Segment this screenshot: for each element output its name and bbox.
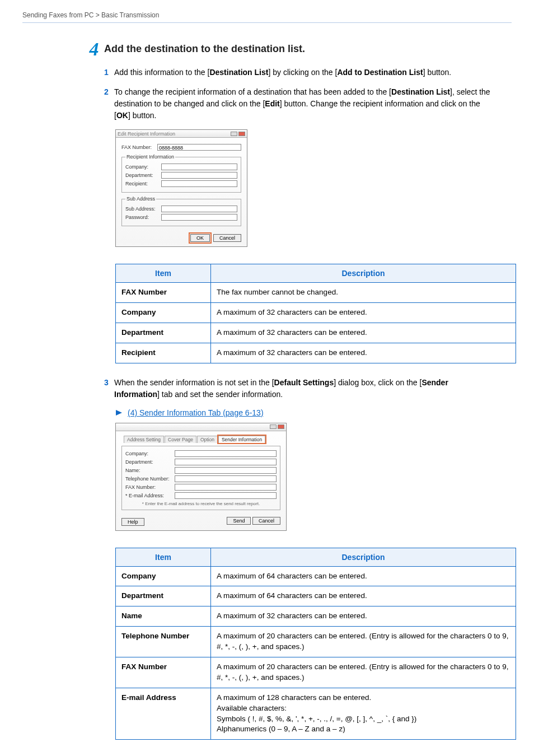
fax-number-field[interactable] <box>175 484 277 491</box>
breadcrumb: Sending Faxes from PC > Basic Transmissi… <box>22 11 512 19</box>
substep-3-text: When the sender information is not set i… <box>114 377 495 400</box>
table-row: E-mail AddressA maximum of 128 character… <box>116 688 516 740</box>
tab-sender-information[interactable]: Sender Information <box>218 436 265 443</box>
table-row: NameA maximum of 32 characters can be en… <box>116 606 516 627</box>
table-row: RecipientA maximum of 32 characters can … <box>116 343 516 363</box>
svg-marker-0 <box>116 410 122 416</box>
substep-3-number: 3 <box>104 377 114 389</box>
email-note: * Enter the E-mail address to receive th… <box>125 501 277 506</box>
sender-fields-table: Item Description CompanyA maximum of 64 … <box>115 548 516 740</box>
step-heading: Add the destination to the destination l… <box>104 43 305 55</box>
table-row: CompanyA maximum of 32 characters can be… <box>116 302 516 323</box>
department-field[interactable] <box>175 459 277 465</box>
sender-info-dialog: Address Setting Cover Page Option Sender… <box>115 423 287 531</box>
table-row: FAX NumberA maximum of 20 characters can… <box>116 657 516 688</box>
department-label: Department: <box>125 459 172 465</box>
company-field[interactable] <box>175 450 277 457</box>
table-row: Telephone NumberA maximum of 20 characte… <box>116 627 516 657</box>
department-field[interactable] <box>161 172 237 179</box>
substep-1-text: Add this information to the [Destination… <box>114 67 495 78</box>
recipient-label: Recipient: <box>125 181 159 186</box>
table1-header-item: Item <box>116 264 211 283</box>
email-field[interactable] <box>175 492 277 499</box>
step-number: 4 <box>84 40 104 59</box>
table-row: DepartmentA maximum of 32 characters can… <box>116 323 516 343</box>
password-label: Password: <box>125 214 159 220</box>
name-label: Name: <box>125 468 172 473</box>
close-icon[interactable] <box>278 424 284 429</box>
recipient-info-group: Recipient Information <box>125 154 175 160</box>
dialog-title: Edit Recipient Information <box>118 131 175 137</box>
arrow-right-icon <box>115 409 123 417</box>
table2-header-desc: Description <box>211 548 516 566</box>
company-field[interactable] <box>161 164 237 170</box>
table-row: CompanyA maximum of 64 characters can be… <box>116 566 516 586</box>
edit-recipient-dialog: Edit Recipient Information FAX Number: 0… <box>115 129 247 247</box>
email-label: * E-mail Address: <box>125 493 172 498</box>
subaddress-label: Sub Address: <box>125 206 159 212</box>
fax-number-label: FAX Number: <box>125 484 172 490</box>
name-field[interactable] <box>175 467 277 474</box>
fax-number-label: FAX Number: <box>121 144 155 150</box>
tab-address-setting[interactable]: Address Setting <box>124 436 164 443</box>
subaddress-group: Sub Address <box>125 196 156 202</box>
telephone-label: Telephone Number: <box>125 476 172 482</box>
ok-button[interactable]: OK <box>190 234 210 242</box>
tab-cover-page[interactable]: Cover Page <box>165 436 196 443</box>
help-icon[interactable] <box>270 424 277 429</box>
telephone-field[interactable] <box>175 475 277 482</box>
tab-option[interactable]: Option <box>197 436 218 443</box>
table-row: DepartmentA maximum of 64 characters can… <box>116 586 516 606</box>
department-label: Department: <box>125 172 159 178</box>
header-divider <box>22 22 512 23</box>
substep-1-number: 1 <box>104 67 114 78</box>
recipient-fields-table: Item Description FAX NumberThe fax numbe… <box>115 264 516 363</box>
close-icon[interactable] <box>238 132 245 136</box>
table1-header-desc: Description <box>211 264 516 283</box>
fax-number-field[interactable]: 0888-8888 <box>157 144 241 151</box>
company-label: Company: <box>125 164 159 170</box>
sender-info-tab-link[interactable]: (4) Sender Information Tab (page 6-13) <box>128 408 264 417</box>
substep-2-text: To change the recipient information of a… <box>114 86 495 122</box>
cancel-button[interactable]: Cancel <box>213 234 241 242</box>
cancel-button[interactable]: Cancel <box>252 517 280 525</box>
substep-2-number: 2 <box>104 86 114 98</box>
help-icon[interactable] <box>231 132 237 136</box>
company-label: Company: <box>125 451 172 456</box>
password-field[interactable] <box>161 214 237 221</box>
subaddress-field[interactable] <box>161 206 237 212</box>
table2-header-item: Item <box>116 548 211 566</box>
send-button[interactable]: Send <box>227 517 251 525</box>
table-row: FAX NumberThe fax number cannot be chang… <box>116 283 516 303</box>
help-button[interactable]: Help <box>121 518 144 526</box>
recipient-field[interactable] <box>161 180 237 187</box>
